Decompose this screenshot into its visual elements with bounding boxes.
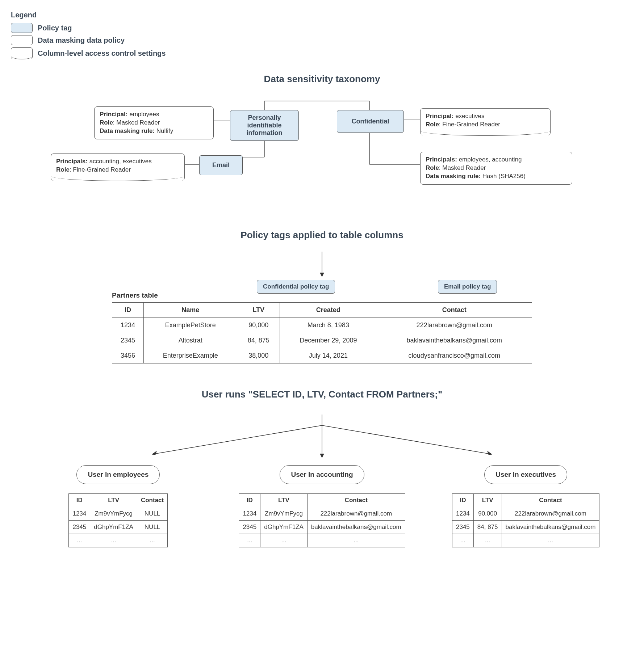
table-cell: NULL — [137, 507, 167, 521]
table-cell: 1234 — [112, 318, 144, 333]
pii-tag: Personally identifiable information — [230, 110, 299, 141]
result-table: IDLTVContact1234Zm9vYmFycgNULL2345dGhpYm… — [68, 493, 168, 547]
result-table: IDLTVContact1234Zm9vYmFycg222larabrown@g… — [239, 493, 405, 547]
clacs-swatch — [11, 47, 33, 59]
table-header: ID — [239, 494, 260, 507]
query-title: User runs "SELECT ID, LTV, Contact FROM … — [11, 389, 633, 400]
partners-table-wrap: Partners table Confidential policy tag E… — [112, 302, 532, 363]
svg-marker-16 — [320, 454, 324, 458]
query-section: User runs "SELECT ID, LTV, Contact FROM … — [11, 389, 633, 547]
table-cell: ... — [452, 534, 474, 547]
legend-label: Policy tag — [38, 24, 72, 32]
table-cell: 2345 — [452, 521, 474, 534]
table-cell: 2345 — [239, 521, 260, 534]
svg-marker-14 — [152, 451, 157, 455]
table-cell: 90,000 — [473, 507, 502, 521]
confidential-masking-policy-box: Principals: employees, accounting Role: … — [420, 152, 572, 185]
table-cell: 2345 — [112, 333, 144, 348]
table-cell: ... — [90, 534, 137, 547]
legend-label: Data masking data policy — [38, 36, 125, 45]
table-header: ID — [112, 303, 144, 318]
table-cell: March 8, 1983 — [280, 318, 377, 333]
svg-marker-18 — [487, 451, 492, 455]
table-cell: EnterpriseExample — [144, 348, 237, 363]
table-row: 3456EnterpriseExample38,000July 14, 2021… — [112, 348, 532, 363]
table-cell: ... — [239, 534, 260, 547]
svg-marker-11 — [320, 273, 324, 277]
masking-policy-swatch — [11, 35, 33, 45]
table-header: LTV — [473, 494, 502, 507]
svg-line-17 — [322, 425, 492, 454]
table-header: Contact — [502, 494, 599, 507]
table-cell: ... — [137, 534, 167, 547]
table-header: Contact — [137, 494, 167, 507]
confidential-tag: Confidential — [337, 110, 404, 133]
table-cell: 222larabrown@gmail.com — [377, 318, 532, 333]
pii-masking-policy-box: Principal: employees Role: Masked Reader… — [94, 106, 214, 139]
table-row: 234584, 875baklavainthebalkans@gmail.com — [452, 521, 599, 534]
table-header: ID — [69, 494, 90, 507]
table-cell: 222larabrown@gmail.com — [502, 507, 599, 521]
partners-table-label: Partners table — [112, 291, 158, 299]
email-clacs-box: Principals: accounting, executives Role:… — [51, 154, 185, 181]
table-row: 2345dGhpYmF1ZAbaklavainthebalkans@gmail.… — [239, 521, 405, 534]
arrow-down-icon — [318, 252, 326, 277]
table-header-row: IDNameLTVCreatedContact — [112, 303, 532, 318]
columns-section: Policy tags applied to table columns Par… — [11, 230, 633, 363]
email-chip: Email policy tag — [438, 280, 497, 294]
table-cell: 84, 875 — [473, 521, 502, 534]
table-row: 2345Altostrat84, 875December 29, 2009bak… — [112, 333, 532, 348]
table-cell: July 14, 2021 — [280, 348, 377, 363]
table-cell: 90,000 — [237, 318, 280, 333]
user-group-pill: User in employees — [76, 465, 160, 484]
table-row: ......... — [452, 534, 599, 547]
table-cell: 222larabrown@gmail.com — [307, 507, 405, 521]
confidential-clacs-box: Principal: executives Role: Fine-Grained… — [420, 108, 551, 135]
result-column: User in employeesIDLTVContact1234Zm9vYmF… — [22, 465, 215, 547]
email-tag: Email — [199, 155, 243, 175]
table-cell: Altostrat — [144, 333, 237, 348]
table-header: Contact — [377, 303, 532, 318]
svg-line-13 — [152, 425, 322, 454]
table-cell: baklavainthebalkans@gmail.com — [377, 333, 532, 348]
taxonomy-diagram: Principal: employees Role: Masked Reader… — [11, 96, 633, 211]
table-cell: dGhpYmF1ZA — [260, 521, 308, 534]
table-cell: 84, 875 — [237, 333, 280, 348]
table-cell: ExamplePetStore — [144, 318, 237, 333]
table-row: 1234Zm9vYmFycgNULL — [69, 507, 168, 521]
table-cell: December 29, 2009 — [280, 333, 377, 348]
table-header: Contact — [307, 494, 405, 507]
table-cell: 1234 — [452, 507, 474, 521]
user-group-pill: User in executives — [484, 465, 567, 484]
user-group-pill: User in accounting — [280, 465, 364, 484]
table-cell: 2345 — [69, 521, 90, 534]
confidential-chip: Confidential policy tag — [257, 280, 335, 294]
result-column: User in accountingIDLTVContact1234Zm9vYm… — [226, 465, 419, 547]
table-cell: Zm9vYmFycg — [260, 507, 308, 521]
legend-label: Column-level access control settings — [38, 49, 166, 58]
table-header: Name — [144, 303, 237, 318]
table-row: ......... — [239, 534, 405, 547]
table-header: LTV — [237, 303, 280, 318]
table-cell: cloudysanfrancisco@gmail.com — [377, 348, 532, 363]
result-table: IDLTVContact123490,000222larabrown@gmail… — [452, 493, 599, 547]
columns-title: Policy tags applied to table columns — [11, 230, 633, 241]
table-header: Created — [280, 303, 377, 318]
table-cell: 1234 — [239, 507, 260, 521]
table-cell: NULL — [137, 521, 167, 534]
table-cell: ... — [69, 534, 90, 547]
table-cell: baklavainthebalkans@gmail.com — [307, 521, 405, 534]
table-cell: ... — [307, 534, 405, 547]
table-row: 1234Zm9vYmFycg222larabrown@gmail.com — [239, 507, 405, 521]
table-cell: Zm9vYmFycg — [90, 507, 137, 521]
legend-item-policy: Policy tag — [11, 23, 633, 33]
table-cell: ... — [502, 534, 599, 547]
legend-item-clacs: Column-level access control settings — [11, 47, 633, 59]
table-cell: 1234 — [69, 507, 90, 521]
table-cell: ... — [260, 534, 308, 547]
table-header: ID — [452, 494, 474, 507]
table-cell: baklavainthebalkans@gmail.com — [502, 521, 599, 534]
partners-table: IDNameLTVCreatedContact 1234ExamplePetSt… — [112, 302, 532, 363]
table-header: LTV — [260, 494, 308, 507]
table-row: 2345dGhpYmF1ZANULL — [69, 521, 168, 534]
